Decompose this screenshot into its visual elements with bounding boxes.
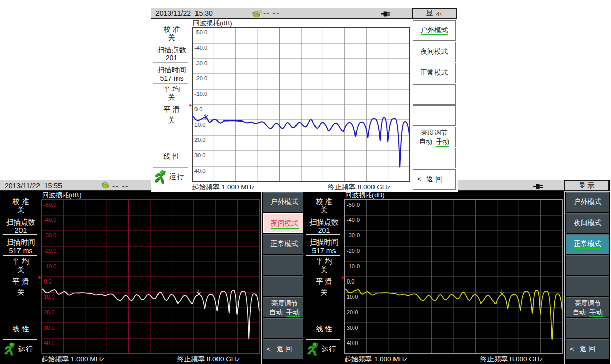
svg-text:30.0: 30.0 xyxy=(194,152,205,158)
svg-text:-40.0: -40.0 xyxy=(347,217,360,223)
svg-text:-10.0: -10.0 xyxy=(347,263,360,269)
svg-text:-40.0: -40.0 xyxy=(194,45,207,51)
svg-text:40.0: 40.0 xyxy=(44,340,54,346)
svg-text:-40.0: -40.0 xyxy=(44,217,56,223)
svg-text:-50.0: -50.0 xyxy=(44,201,56,208)
svg-text:0.0: 0.0 xyxy=(194,106,202,112)
svg-text:20.0: 20.0 xyxy=(347,309,358,315)
svg-text:-30.0: -30.0 xyxy=(194,60,207,66)
svg-text:10.0: 10.0 xyxy=(44,294,54,300)
svg-text:0.0: 0.0 xyxy=(44,278,51,285)
svg-text:30.0: 30.0 xyxy=(44,325,54,331)
svg-text:30.0: 30.0 xyxy=(347,325,358,331)
svg-text:40.0: 40.0 xyxy=(194,168,205,174)
svg-text:-50.0: -50.0 xyxy=(347,201,360,208)
svg-text:-20.0: -20.0 xyxy=(194,75,207,82)
svg-text:20.0: 20.0 xyxy=(194,137,205,143)
svg-text:0.0: 0.0 xyxy=(347,278,354,285)
svg-text:-10.0: -10.0 xyxy=(194,91,207,97)
svg-text:-30.0: -30.0 xyxy=(44,232,56,238)
svg-text:40.0: 40.0 xyxy=(347,340,358,346)
svg-text:-20.0: -20.0 xyxy=(347,248,360,254)
svg-text:-10.0: -10.0 xyxy=(44,263,56,269)
svg-text:-30.0: -30.0 xyxy=(347,232,360,238)
svg-text:-20.0: -20.0 xyxy=(44,248,56,254)
svg-text:-50.0: -50.0 xyxy=(194,29,207,35)
svg-text:10.0: 10.0 xyxy=(194,122,205,128)
svg-text:10.0: 10.0 xyxy=(347,294,358,300)
svg-text:20.0: 20.0 xyxy=(44,309,54,315)
